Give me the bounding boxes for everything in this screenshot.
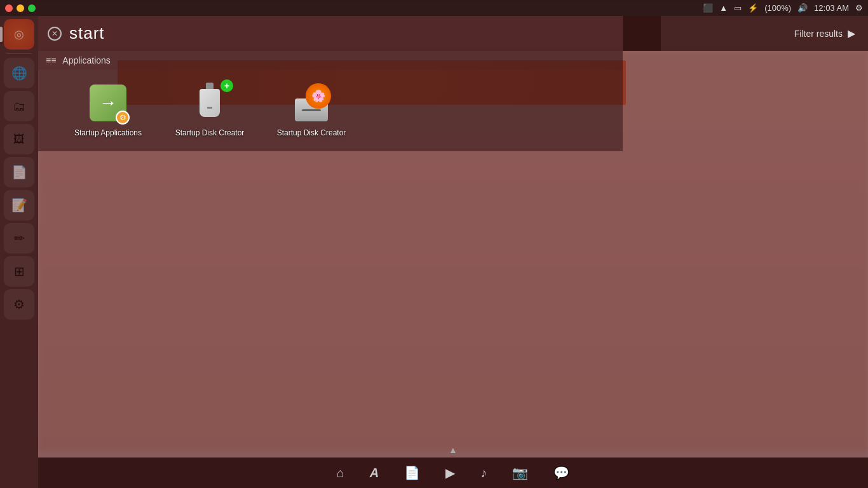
- filter-arrow-icon[interactable]: ▶: [848, 27, 855, 39]
- startup-disk-creator-1-label: Startup Disk Creator: [175, 128, 245, 139]
- camera-icon: 📷: [512, 465, 528, 480]
- section-header-label: Applications: [62, 55, 111, 65]
- top-panel: ⬛ ▲ ▭ ⚡ (100%) 🔊 12:03 AM ⚙: [0, 0, 868, 16]
- app-item-startup-disk-creator-1[interactable]: + Startup Disk Creator: [159, 83, 261, 139]
- section-grid-icon: ≡≡: [46, 55, 56, 65]
- battery-label: (100%): [764, 3, 791, 13]
- app-item-startup-applications[interactable]: ⚙ Startup Applications: [57, 83, 159, 139]
- disk-creator2-icon: 🌸: [293, 85, 330, 121]
- wifi-icon[interactable]: ▲: [719, 3, 728, 13]
- minimize-button[interactable]: [17, 4, 24, 12]
- usb-creator-icon: +: [191, 85, 228, 121]
- bluetooth-icon[interactable]: ⚡: [748, 3, 758, 13]
- dock-music-button[interactable]: ♪: [480, 466, 487, 480]
- video-icon: ▶: [445, 465, 455, 480]
- window-controls[interactable]: [5, 4, 36, 12]
- usb-plus-badge: +: [220, 79, 233, 92]
- clock: 12:03 AM: [814, 3, 849, 13]
- volume-icon[interactable]: 🔊: [797, 3, 808, 13]
- home-icon: ⌂: [337, 466, 344, 480]
- document-icon: 📄: [404, 465, 420, 480]
- disk-creator2-icon-wrapper: 🌸: [291, 83, 332, 123]
- usb-creator-icon-wrapper: +: [189, 83, 230, 123]
- search-bar: ✕ start: [38, 16, 661, 51]
- disk-wrapper-shape: 🌸: [293, 85, 330, 121]
- dock-fonts-button[interactable]: A: [370, 466, 379, 480]
- app-item-startup-disk-creator-2[interactable]: 🌸 Startup Disk Creator: [261, 83, 362, 139]
- section-header: ≡≡ Applications: [38, 51, 623, 70]
- gear-icon[interactable]: ⚙: [855, 3, 863, 13]
- sunflower-icon: 🌸: [306, 83, 331, 109]
- fonts-icon: A: [370, 466, 379, 480]
- search-close-icon[interactable]: ✕: [48, 27, 62, 41]
- startup-disk-creator-2-label: Startup Disk Creator: [277, 128, 346, 139]
- dock-video-button[interactable]: ▶: [445, 465, 455, 480]
- usb-stick-shape: [200, 89, 220, 117]
- dock-chat-button[interactable]: 💬: [553, 465, 569, 480]
- startup-applications-label: Startup Applications: [74, 128, 142, 139]
- display-icon[interactable]: ⬛: [703, 3, 713, 13]
- panel-left: [5, 4, 36, 12]
- chat-icon: 💬: [553, 465, 569, 480]
- dock-docs-button[interactable]: 📄: [404, 465, 420, 480]
- startup-apps-icon-wrapper: ⚙: [88, 83, 128, 123]
- x-icon: ✕: [51, 29, 58, 38]
- filter-results-panel[interactable]: Filter results ▶: [623, 16, 868, 51]
- dock-camera-button[interactable]: 📷: [512, 465, 528, 480]
- music-icon: ♪: [480, 466, 487, 480]
- filter-results-label[interactable]: Filter results: [794, 29, 843, 39]
- close-button[interactable]: [5, 4, 13, 12]
- monitor-icon[interactable]: ▭: [734, 3, 742, 13]
- gear-badge-icon: ⚙: [116, 111, 130, 125]
- dock-home-button[interactable]: ⌂: [337, 466, 344, 480]
- bottom-dock: ▲ ⌂ A 📄 ▶ ♪ 📷 💬: [38, 458, 868, 488]
- panel-right: ⬛ ▲ ▭ ⚡ (100%) 🔊 12:03 AM ⚙: [703, 3, 863, 13]
- apps-grid: ⚙ Startup Applications + Startup Disk Cr…: [38, 70, 623, 151]
- search-input[interactable]: start: [69, 24, 651, 43]
- disk-slot-shape: [302, 109, 321, 111]
- startup-apps-icon: ⚙: [90, 85, 126, 121]
- applications-section: ≡≡ Applications ⚙ Startup Applications: [38, 51, 623, 151]
- dock-up-arrow: ▲: [449, 445, 458, 455]
- maximize-button[interactable]: [28, 4, 36, 12]
